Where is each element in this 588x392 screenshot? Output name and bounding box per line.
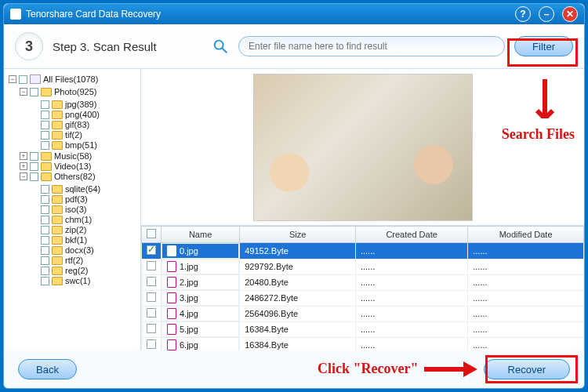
checkbox[interactable] [41, 267, 49, 275]
checkbox[interactable] [41, 256, 49, 265]
cell-modified: ...... [468, 306, 584, 321]
help-button[interactable]: ? [515, 6, 531, 22]
filter-button[interactable]: Filter [514, 36, 573, 56]
cell-size: 929792.Byte [240, 259, 356, 274]
column-checkbox[interactable] [142, 227, 162, 243]
cell-created: ...... [355, 337, 467, 350]
tree-leaf[interactable]: chm(1) [31, 215, 137, 224]
cell-name: 3.jpg [162, 290, 239, 306]
checkbox[interactable] [41, 246, 49, 255]
folder-icon [52, 100, 63, 109]
collapse-icon[interactable]: − [9, 75, 16, 83]
tree-leaf[interactable]: gif(83) [31, 120, 137, 129]
back-button[interactable]: Back [18, 359, 77, 379]
cell-created: ...... [355, 306, 467, 321]
search-input[interactable] [238, 36, 505, 56]
tree-leaf[interactable]: bkf(1) [31, 235, 137, 245]
row-checkbox[interactable] [147, 292, 156, 302]
file-tree[interactable]: − All Files(1078) − Photo(925) jpg(389)p… [4, 69, 141, 350]
tree-root[interactable]: − All Files(1078) − Photo(925) jpg(389)p… [9, 74, 137, 287]
tree-leaf[interactable]: sqlite(64) [31, 184, 137, 194]
recover-button[interactable]: Recover [484, 359, 570, 379]
collapse-icon[interactable]: − [20, 88, 27, 96]
cell-created: ...... [355, 243, 467, 260]
tree-node-video[interactable]: + Video(13) [20, 162, 137, 171]
checkbox[interactable] [19, 75, 27, 84]
table-row[interactable]: 3.jpg2486272.Byte............ [142, 290, 584, 306]
tree-node-music[interactable]: + Music(58) [20, 151, 137, 161]
checkbox[interactable] [41, 131, 49, 140]
cell-created: ...... [355, 290, 467, 306]
tree-label: iso(3) [65, 205, 87, 214]
folder-icon [41, 162, 52, 171]
checkbox[interactable] [41, 277, 49, 285]
checkbox[interactable] [30, 172, 38, 181]
cell-created: ...... [355, 259, 467, 274]
table-row[interactable]: 2.jpg20480.Byte............ [142, 274, 584, 290]
tree-leaf[interactable]: rtf(2) [31, 256, 137, 265]
tree-leaf[interactable]: png(400) [31, 110, 137, 119]
app-window: Tenorshare Card Data Recovery ? – ✕ 3 St… [3, 3, 585, 389]
checkbox[interactable] [30, 162, 38, 171]
row-checkbox[interactable] [147, 261, 156, 270]
tree-node-photo[interactable]: − Photo(925) jpg(389)png(400)gif(83)tif(… [20, 87, 137, 151]
checkbox[interactable] [41, 236, 49, 245]
checkbox[interactable] [41, 100, 49, 109]
select-all-checkbox[interactable] [147, 229, 156, 238]
row-checkbox[interactable] [147, 339, 156, 349]
minimize-button[interactable]: – [539, 6, 554, 22]
checkbox[interactable] [41, 226, 49, 234]
tree-leaf[interactable]: iso(3) [31, 205, 137, 214]
tree-leaf[interactable]: swc(1) [31, 276, 137, 285]
checkbox[interactable] [41, 205, 49, 214]
folder-icon [41, 88, 52, 96]
step-title: Step 3. Scan Result [53, 40, 157, 53]
checkbox[interactable] [41, 111, 49, 119]
tree-leaf[interactable]: reg(2) [31, 266, 137, 275]
checkbox[interactable] [41, 185, 49, 194]
checkbox[interactable] [41, 121, 49, 129]
row-checkbox[interactable] [147, 277, 156, 286]
tree-label: swc(1) [65, 276, 90, 285]
column-header[interactable]: Created Date [355, 227, 467, 243]
checkbox[interactable] [30, 152, 38, 161]
tree-leaf[interactable]: tif(2) [31, 130, 137, 140]
tree-leaf[interactable]: docx(3) [31, 245, 137, 255]
column-header[interactable]: Size [240, 227, 356, 243]
cell-name: 2.jpg [162, 274, 239, 290]
file-table-wrap[interactable]: NameSizeCreated DateModified Date 0.jpg4… [141, 226, 584, 350]
collapse-icon[interactable]: − [20, 172, 27, 180]
app-icon [10, 9, 21, 20]
column-header[interactable]: Modified Date [468, 227, 584, 243]
table-row[interactable]: 5.jpg16384.Byte............ [142, 321, 584, 337]
tree-label: rtf(2) [65, 256, 83, 265]
step-number-badge: 3 [15, 32, 43, 60]
expand-icon[interactable]: + [20, 152, 27, 160]
column-header[interactable]: Name [162, 227, 240, 243]
checkbox[interactable] [41, 216, 49, 224]
file-icon [167, 261, 176, 272]
file-icon [167, 308, 176, 319]
tree-leaf[interactable]: zip(2) [31, 225, 137, 234]
cell-modified: ...... [468, 290, 584, 306]
tree-label: chm(1) [65, 215, 92, 224]
cell-name: 4.jpg [162, 306, 239, 321]
row-checkbox[interactable] [147, 245, 156, 255]
tree-leaf[interactable]: pdf(3) [31, 194, 137, 204]
checkbox[interactable] [41, 195, 49, 204]
tree-label: jpg(389) [65, 100, 96, 109]
checkbox[interactable] [41, 141, 49, 150]
tree-leaf[interactable]: bmp(51) [31, 140, 137, 150]
row-checkbox[interactable] [147, 308, 156, 318]
row-checkbox[interactable] [147, 324, 156, 333]
folder-icon [41, 172, 52, 181]
checkbox[interactable] [30, 88, 38, 96]
close-button[interactable]: ✕ [562, 6, 578, 22]
tree-node-others[interactable]: − Others(82) sqlite(64)pdf(3)iso(3)chm(1… [20, 172, 137, 286]
table-row[interactable]: 0.jpg49152.Byte............ [142, 243, 584, 260]
tree-leaf[interactable]: jpg(389) [31, 100, 137, 109]
table-row[interactable]: 6.jpg16384.Byte............ [142, 337, 584, 350]
expand-icon[interactable]: + [20, 162, 27, 170]
table-row[interactable]: 1.jpg929792.Byte............ [142, 259, 584, 274]
table-row[interactable]: 4.jpg2564096.Byte............ [142, 306, 584, 321]
